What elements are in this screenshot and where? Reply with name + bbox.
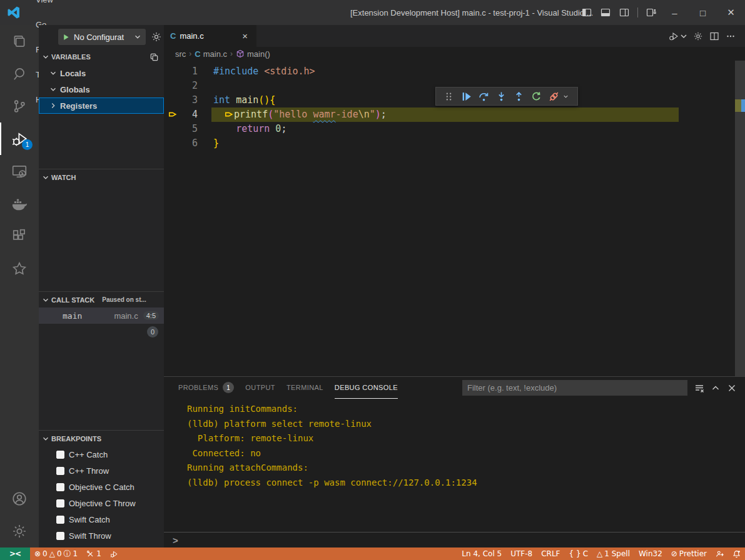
activity-item-explorer[interactable] — [0, 25, 39, 58]
status-language-mode[interactable]: { }C — [565, 548, 592, 560]
debug-console-input[interactable]: > — [164, 532, 745, 548]
open-launch-json-icon[interactable] — [151, 31, 162, 42]
close-button[interactable]: ✕ — [717, 0, 745, 25]
variables-item-locals[interactable]: Locals — [39, 65, 164, 81]
breadcrumb-src[interactable]: src — [175, 49, 186, 59]
panel-tab-debug-console[interactable]: DEBUG CONSOLE — [335, 377, 398, 399]
more-actions-icon[interactable] — [722, 28, 739, 44]
debug-toolbar-dropdown-icon[interactable] — [562, 93, 570, 100]
breakpoint-item-objective-c-throw[interactable]: Objective C Throw — [39, 495, 164, 511]
activity-item-source-control[interactable] — [0, 90, 39, 122]
debug-configuration-dropdown[interactable]: No Configurat — [58, 29, 146, 45]
code-text — [211, 79, 213, 93]
problems-status[interactable]: ⊗0 △0 ⓘ1 — [30, 548, 82, 560]
panel-tab-output[interactable]: OUTPUT — [245, 377, 275, 399]
run-or-debug-icon[interactable] — [667, 28, 690, 44]
status-notifications[interactable] — [728, 548, 745, 560]
step-into-icon[interactable] — [492, 89, 510, 104]
disconnect-icon[interactable] — [545, 89, 562, 104]
editor-scrollbar[interactable] — [735, 61, 745, 376]
restart-icon[interactable] — [527, 89, 545, 104]
activity-item-favorites[interactable] — [0, 252, 39, 285]
breakpoint-gutter[interactable] — [164, 108, 189, 122]
status-feedback[interactable] — [711, 548, 728, 560]
activity-item-settings[interactable] — [0, 515, 39, 548]
panel-tab-problems[interactable]: PROBLEMS1 — [178, 377, 234, 399]
overview-ruler-current-line-marker — [735, 99, 741, 112]
line-number: 2 — [189, 79, 198, 93]
status-prettier[interactable]: ⊘Prettier — [667, 548, 711, 560]
checkbox[interactable] — [56, 467, 64, 475]
split-editor-icon[interactable] — [706, 28, 722, 44]
activity-badge: 1 — [22, 139, 33, 150]
breakpoint-item-c-throw[interactable]: C++ Throw — [39, 462, 164, 479]
customize-layout-icon[interactable] — [642, 0, 661, 25]
status-spell-warnings[interactable]: △1 Spell — [592, 548, 634, 560]
debug-status[interactable] — [106, 548, 123, 560]
status-eol[interactable]: CRLF — [537, 548, 564, 560]
activity-item-search[interactable] — [0, 58, 39, 90]
checkbox[interactable] — [56, 483, 64, 491]
panel-tab-terminal[interactable]: TERMINAL — [286, 377, 323, 399]
activity-item-accounts[interactable] — [0, 482, 39, 515]
start-debugging-icon[interactable] — [62, 33, 70, 41]
checkbox[interactable] — [56, 532, 64, 540]
checkbox[interactable] — [56, 516, 64, 524]
tab-main-c[interactable]: C main.c × — [164, 25, 256, 47]
console-filter-input[interactable] — [462, 380, 687, 396]
call-stack-frame[interactable]: mainmain.c4:5 — [39, 308, 164, 324]
section-header-watch[interactable]: WATCH — [39, 169, 164, 185]
activity-item-remote-explorer[interactable] — [0, 155, 39, 188]
toggle-panel-icon[interactable] — [596, 0, 615, 25]
breakpoint-item-swift-throw[interactable]: Swift Throw — [39, 528, 164, 544]
breakpoint-gutter[interactable] — [164, 64, 189, 79]
variables-item-registers[interactable]: Registers — [39, 98, 164, 114]
section-title: WATCH — [51, 174, 76, 181]
minimize-button[interactable]: – — [661, 0, 689, 25]
code-editor[interactable]: 1#include <stdio.h>23int main(){4printf(… — [164, 61, 745, 376]
status-platform[interactable]: Win32 — [634, 548, 667, 560]
breakpoint-gutter[interactable] — [164, 136, 189, 151]
section-header-variables[interactable]: VARIABLES — [39, 49, 164, 65]
close-panel-icon[interactable] — [724, 380, 740, 396]
checkbox[interactable] — [56, 451, 64, 459]
breakpoint-gutter[interactable] — [164, 122, 189, 136]
breakpoint-gutter[interactable] — [164, 79, 189, 93]
section-header-breakpoints[interactable]: BREAKPOINTS — [39, 430, 164, 446]
open-settings-icon[interactable] — [690, 28, 706, 44]
breadcrumb-main-symbol[interactable]: main() — [236, 49, 270, 59]
continue-icon[interactable] — [457, 89, 475, 104]
step-over-icon[interactable] — [475, 89, 492, 104]
status-cursor-position[interactable]: Ln 4, Col 5 — [457, 548, 506, 560]
breadcrumb-main-c[interactable]: Cmain.c — [195, 49, 227, 59]
frame-function: main — [63, 311, 82, 321]
maximize-button[interactable]: □ — [689, 0, 717, 25]
toggle-secondary-sidebar-icon[interactable] — [615, 0, 634, 25]
copy-icon[interactable] — [150, 52, 159, 62]
step-out-icon[interactable] — [510, 89, 527, 104]
clear-console-icon[interactable] — [691, 380, 707, 396]
tools-status[interactable]: 1 — [82, 548, 106, 560]
maximize-panel-icon[interactable] — [707, 380, 724, 396]
breakpoint-item-c-catch[interactable]: C++ Catch — [39, 446, 164, 462]
section-title: CALL STACK — [51, 296, 94, 304]
breakpoint-gutter[interactable] — [164, 93, 189, 108]
breakpoint-item-swift-catch[interactable]: Swift Catch — [39, 511, 164, 528]
close-tab-icon[interactable]: × — [240, 31, 250, 41]
debug-icon — [110, 550, 118, 558]
breakpoint-item-objective-c-catch[interactable]: Objective C Catch — [39, 479, 164, 495]
console-line: (lldb) process connect -p wasm connect:/… — [187, 476, 745, 491]
activity-item-docker[interactable] — [0, 188, 39, 220]
variables-item-globals[interactable]: Globals — [39, 81, 164, 98]
breadcrumb-separator: › — [230, 49, 233, 58]
menu-view[interactable]: View — [30, 0, 74, 12]
activity-item-run-and-debug[interactable]: 1 — [0, 122, 39, 155]
frame-position-badge: 4:5 — [143, 311, 159, 320]
status-encoding[interactable]: UTF-8 — [506, 548, 537, 560]
remote-indicator[interactable]: >< — [0, 548, 30, 560]
current-statement-icon — [225, 108, 234, 122]
activity-item-extensions[interactable] — [0, 220, 39, 252]
checkbox[interactable] — [56, 499, 64, 508]
section-header-call-stack[interactable]: CALL STACK Paused on st... — [39, 291, 164, 308]
console-line: Platform: remote-linux — [187, 431, 745, 446]
